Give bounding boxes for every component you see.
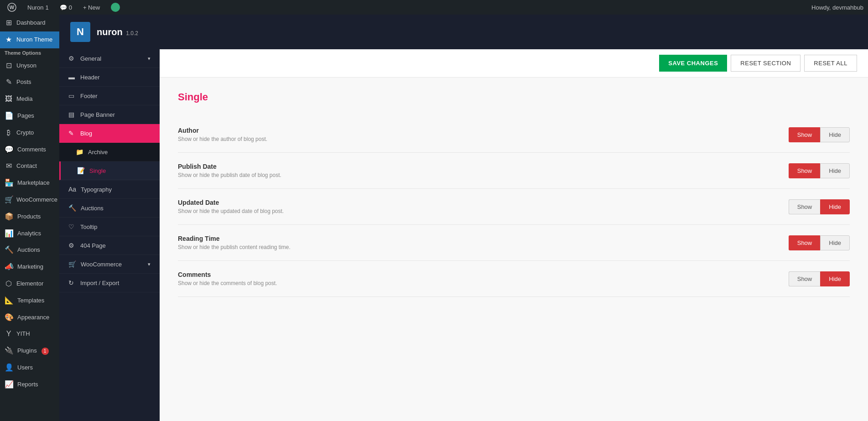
theme-nav-import-export[interactable]: ↻ Import / Export — [59, 274, 160, 292]
menu-label-reports: Reports — [17, 381, 38, 389]
admin-sidebar: ⊞ Dashboard ★ Nuron Theme Theme Options … — [0, 15, 59, 421]
menu-item-unyson[interactable]: ⊡ Unyson — [0, 57, 59, 74]
comments-item[interactable]: 💬 0 — [57, 0, 75, 15]
new-label: + New — [83, 4, 100, 11]
crypto-icon: ₿ — [5, 128, 13, 138]
menu-item-analytics[interactable]: 📊 Analytics — [0, 225, 59, 242]
site-name: Nuron — [27, 4, 43, 11]
updated-date-show-btn[interactable]: Show — [789, 199, 821, 214]
users-icon: 👤 — [5, 363, 14, 373]
menu-item-products[interactable]: 📦 Products — [0, 208, 59, 225]
theme-nav-footer[interactable]: ▭ Footer — [59, 87, 160, 105]
reset-section-button[interactable]: RESET SECTION — [731, 55, 800, 72]
author-desc: Show or hide the author of blog post. — [178, 136, 789, 142]
reading-time-show-btn[interactable]: Show — [789, 235, 821, 250]
menu-item-contact[interactable]: ✉ Contact — [0, 158, 59, 175]
reading-time-label: Reading Time — [178, 235, 789, 242]
menu-item-marketing[interactable]: 📣 Marketing — [0, 259, 59, 275]
theme-nav-archive[interactable]: 📁 Archive — [59, 143, 160, 161]
theme-nav-auctions[interactable]: 🔨 Auctions — [59, 199, 160, 218]
theme-nav-blog[interactable]: ✎ Blog — [59, 124, 160, 143]
reading-time-desc: Show or hide the publish content reading… — [178, 244, 789, 250]
posts-icon: ✎ — [5, 78, 13, 87]
author-hide-btn[interactable]: Hide — [820, 127, 850, 142]
appearance-icon: 🎨 — [5, 313, 14, 322]
theme-nav-general[interactable]: ⚙ General ▾ — [59, 49, 160, 68]
menu-item-pages[interactable]: 📄 Pages — [0, 108, 59, 125]
notification-count: 1 — [45, 4, 48, 11]
author-label: Author — [178, 127, 789, 134]
theme-nav-header[interactable]: ▬ Header — [59, 68, 160, 87]
option-row-publish-date: Publish Date Show or hide the publish da… — [178, 153, 850, 189]
menu-item-media[interactable]: 🖼 Media — [0, 91, 59, 108]
menu-label-marketplace: Marketplace — [17, 179, 50, 187]
theme-nav-single[interactable]: 📝 Single — [59, 161, 160, 180]
menu-item-yith[interactable]: Y YITH — [0, 326, 59, 343]
menu-item-templates[interactable]: 📐 Templates — [0, 292, 59, 309]
comment-icon: 💬 — [60, 4, 67, 11]
comments-option-desc: Show or hide the comments of blog post. — [178, 280, 789, 286]
menu-label-auctions: Auctions — [17, 246, 40, 254]
menu-item-reports[interactable]: 📈 Reports — [0, 376, 59, 393]
menu-item-marketplace[interactable]: 🏪 Marketplace — [0, 175, 59, 192]
plugins-badge: 1 — [42, 348, 49, 355]
publish-date-toggle: Show Hide — [789, 163, 850, 178]
new-item[interactable]: + New — [80, 0, 103, 15]
comments-hide-btn[interactable]: Hide — [820, 271, 850, 286]
theme-nav-typography[interactable]: Aa Typography — [59, 180, 160, 199]
marketing-icon: 📣 — [5, 262, 14, 272]
pages-icon: 📄 — [5, 111, 14, 121]
avatar-item[interactable] — [108, 0, 123, 15]
tooltip-icon: ♡ — [68, 223, 76, 230]
menu-item-users[interactable]: 👤 Users — [0, 359, 59, 376]
section-title: Single — [178, 91, 850, 103]
menu-item-auctions[interactable]: 🔨 Auctions — [0, 242, 59, 259]
header-icon: ▬ — [68, 73, 76, 81]
theme-nav-page-banner[interactable]: ▤ Page Banner — [59, 105, 160, 124]
option-row-updated-date: Updated Date Show or hide the updated da… — [178, 189, 850, 225]
publish-date-show-btn[interactable]: Show — [789, 163, 821, 178]
menu-label-unyson: Unyson — [16, 62, 36, 70]
reading-time-hide-btn[interactable]: Hide — [820, 235, 850, 250]
admin-bar: W Nuron 1 💬 0 + New Howdy, devmahbub — [0, 0, 868, 15]
theme-nav-404[interactable]: ⚙ 404 Page — [59, 236, 160, 255]
theme-nav-tooltip[interactable]: ♡ Tooltip — [59, 218, 160, 236]
auctions-menu-icon: 🔨 — [5, 245, 14, 255]
author-show-btn[interactable]: Show — [789, 127, 821, 142]
nuron-header: N nuron 1.0.2 — [59, 15, 868, 49]
updated-date-desc: Show or hide the updated date of blog po… — [178, 208, 789, 214]
menu-label-crypto: Crypto — [16, 129, 34, 137]
menu-item-posts[interactable]: ✎ Posts — [0, 74, 59, 91]
nuron-version: 1.0.2 — [126, 30, 138, 36]
contact-icon: ✉ — [5, 161, 13, 171]
menu-label-woocommerce: WooCommerce — [16, 196, 57, 204]
author-toggle: Show Hide — [789, 127, 850, 142]
menu-item-crypto[interactable]: ₿ Crypto — [0, 125, 59, 141]
theme-nav: ⚙ General ▾ ▬ Header ▭ Footer ▤ Page Ban… — [59, 49, 160, 421]
menu-label-nuron: Nuron Theme — [16, 36, 52, 44]
theme-nav-general-label: General — [80, 55, 101, 62]
comments-show-btn[interactable]: Show — [789, 271, 821, 286]
typography-icon: Aa — [68, 186, 76, 193]
menu-label-elementor: Elementor — [16, 280, 43, 288]
menu-item-appearance[interactable]: 🎨 Appearance — [0, 309, 59, 326]
menu-item-nuron-theme[interactable]: ★ Nuron Theme — [0, 31, 59, 48]
menu-item-woocommerce[interactable]: 🛒 WooCommerce — [0, 192, 59, 208]
site-name-item[interactable]: Nuron 1 — [25, 0, 52, 15]
menu-label-media: Media — [16, 95, 32, 103]
theme-nav-blog-label: Blog — [80, 130, 92, 137]
wp-logo-item[interactable]: W — [5, 0, 19, 15]
menu-item-plugins[interactable]: 🔌 Plugins 1 — [0, 343, 59, 359]
menu-item-dashboard[interactable]: ⊞ Dashboard — [0, 15, 59, 31]
elementor-icon: ⬡ — [5, 279, 13, 289]
theme-nav-import-export-label: Import / Export — [80, 280, 119, 286]
menu-item-elementor[interactable]: ⬡ Elementor — [0, 275, 59, 292]
howdy-text: Howdy, devmahbub — [811, 4, 863, 11]
theme-nav-woocommerce[interactable]: 🛒 WooCommerce ▾ — [59, 255, 160, 274]
reset-all-button[interactable]: RESET ALL — [804, 55, 857, 72]
menu-item-comments[interactable]: 💬 Comments — [0, 141, 59, 158]
publish-date-hide-btn[interactable]: Hide — [820, 163, 850, 178]
products-icon: 📦 — [5, 212, 14, 222]
updated-date-hide-btn[interactable]: Hide — [820, 199, 850, 214]
save-changes-button[interactable]: SAVE CHANGES — [659, 55, 727, 72]
